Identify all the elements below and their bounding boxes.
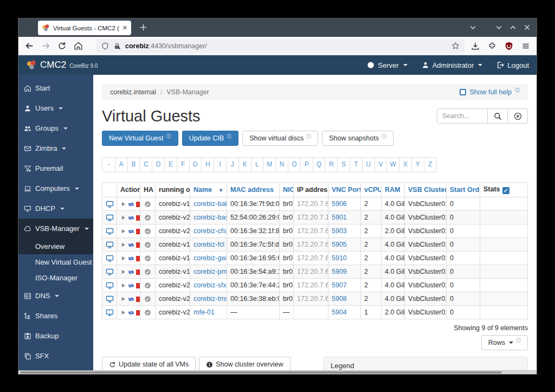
clear-search-button[interactable] [507, 109, 527, 123]
open-console-icon[interactable] [106, 254, 114, 262]
open-console-icon[interactable] [106, 214, 114, 222]
restart-vm-icon[interactable] [128, 215, 134, 221]
vm-name-link[interactable]: corebiz-pmf [193, 268, 227, 275]
restart-vm-icon[interactable] [128, 269, 134, 275]
alphabet-filter-x[interactable]: X [399, 158, 411, 172]
window-close-icon[interactable] [523, 23, 531, 31]
vm-name-link[interactable]: corebiz-cfs [193, 227, 226, 235]
brand[interactable]: CMC2 CoreBiz 9.0 [26, 60, 98, 70]
sidebar-item-backup[interactable]: Backup [18, 326, 93, 346]
reload-icon[interactable] [57, 41, 67, 50]
ha-status-icon[interactable] [144, 282, 151, 289]
alphabet-filter-k[interactable]: K [238, 158, 251, 172]
ublock-icon[interactable] [505, 42, 513, 50]
start-vm-icon[interactable] [120, 255, 126, 261]
open-console-icon[interactable] [106, 200, 114, 208]
open-console-icon[interactable] [106, 227, 114, 235]
alphabet-filter-m[interactable]: M [263, 158, 275, 172]
sidebar-item-iso-manager[interactable]: ISO-Manager [18, 270, 93, 286]
restart-vm-icon[interactable] [128, 201, 134, 208]
stop-vm-icon[interactable] [136, 297, 140, 302]
column-header-start-order[interactable]: Start Order [447, 183, 480, 197]
sidebar-item-dhcp[interactable]: DHCP [18, 198, 93, 219]
restart-vm-icon[interactable] [128, 228, 134, 235]
open-console-icon[interactable] [106, 295, 114, 303]
start-vm-icon[interactable] [120, 269, 126, 275]
column-header-vnc-port[interactable]: VNC Port [328, 183, 361, 197]
restart-vm-icon[interactable] [128, 310, 134, 316]
alphabet-filter-j[interactable]: J [226, 158, 238, 172]
bookmark-star-icon[interactable] [451, 42, 460, 50]
alphabet-filter-o[interactable]: O [288, 158, 300, 172]
stop-vm-icon[interactable] [136, 256, 140, 261]
open-console-icon[interactable] [106, 309, 114, 317]
stats-checkbox[interactable]: ✓ [502, 187, 509, 194]
vm-name-link[interactable]: corebiz-sfx [193, 281, 226, 289]
sidebar-item-groups[interactable]: Groups [18, 118, 93, 138]
alphabet-filter-g[interactable]: G [189, 158, 202, 172]
start-vm-icon[interactable] [120, 310, 126, 316]
alphabet-filter-l[interactable]: L [251, 158, 263, 172]
alphabet-filter-n[interactable]: N [275, 158, 288, 172]
alphabet-filter-c[interactable]: C [139, 158, 152, 172]
new-virtual-guest-button[interactable]: New Virtual Guest ⓘ [102, 131, 178, 146]
alphabet-filter-p[interactable]: P [300, 158, 313, 172]
administrator-menu[interactable]: Administrator [422, 61, 483, 69]
vm-name-link[interactable]: corebiz-bak [193, 200, 227, 208]
column-header-vcpu[interactable]: vCPU [361, 183, 382, 197]
vm-name-link[interactable]: corebiz-bas [193, 214, 227, 221]
alphabet-filter-q[interactable]: Q [313, 158, 325, 172]
extensions-icon[interactable] [488, 42, 496, 50]
sidebar-item-shares[interactable]: Shares [18, 306, 93, 326]
restart-vm-icon[interactable] [128, 282, 134, 289]
alphabet-filter-u[interactable]: U [362, 158, 375, 172]
vnc-port-link[interactable]: 5901 [332, 214, 347, 221]
stop-vm-icon[interactable] [136, 242, 140, 248]
alphabet-filter-none[interactable]: - [102, 158, 115, 172]
url-bar[interactable]: corebiz :4430/vsbmanager/ [96, 39, 464, 53]
ha-status-icon[interactable] [144, 309, 151, 316]
alphabet-filter-i[interactable]: I [214, 158, 226, 172]
breadcrumb-domain[interactable]: corebiz.internal [110, 88, 156, 96]
sidebar-item-vsb-manager[interactable]: VSB-Manager [18, 219, 93, 239]
start-vm-icon[interactable] [120, 282, 126, 288]
alphabet-filter-y[interactable]: Y [411, 158, 424, 172]
rows-dropdown-button[interactable]: Rows ⓘ [481, 335, 528, 350]
vnc-port-link[interactable]: 5904 [332, 309, 347, 316]
stop-vm-icon[interactable] [136, 229, 140, 234]
column-header-nic[interactable]: NIC [280, 183, 294, 197]
window-minimize-icon[interactable] [495, 23, 503, 31]
stop-vm-icon[interactable] [136, 202, 140, 207]
vm-name-link[interactable]: corebiz-fcl [193, 241, 224, 248]
alphabet-filter-t[interactable]: T [350, 158, 362, 172]
ha-status-icon[interactable] [144, 295, 151, 303]
start-vm-icon[interactable] [120, 228, 126, 234]
column-header-name[interactable]: Name▼ [190, 183, 227, 197]
sidebar-item-start[interactable]: Start [18, 78, 93, 98]
scrollbar-thumb[interactable] [20, 371, 502, 374]
forward-icon[interactable] [41, 41, 50, 50]
alphabet-filter-h[interactable]: H [201, 158, 214, 172]
show-virtual-discs-button[interactable]: Show virtual discs ⓘ [242, 131, 318, 146]
help-checkbox[interactable] [460, 89, 466, 95]
back-icon[interactable] [25, 41, 34, 50]
stop-vm-icon[interactable] [136, 269, 140, 275]
downloads-icon[interactable] [471, 42, 480, 50]
tab-close-icon[interactable]: ✕ [122, 24, 127, 31]
show-snapshots-button[interactable]: Show snapshots ⓘ [322, 131, 393, 146]
vnc-port-link[interactable]: 5910 [332, 254, 347, 262]
list-tabs-icon[interactable] [469, 23, 477, 31]
update-state-button[interactable]: Update state of all VMs [102, 357, 196, 372]
vnc-port-link[interactable]: 5907 [332, 281, 347, 289]
sidebar-item-dns[interactable]: DNS [18, 286, 93, 306]
column-header-vsb-cluster[interactable]: VSB Cluster [405, 183, 447, 197]
horizontal-scrollbar[interactable] [18, 370, 537, 374]
lock-warning-icon[interactable] [113, 42, 121, 50]
open-console-icon[interactable] [106, 268, 114, 276]
logout-button[interactable]: Logout [496, 61, 529, 69]
alphabet-filter-a[interactable]: A [115, 158, 127, 172]
vnc-port-link[interactable]: 5908 [332, 295, 347, 303]
alphabet-filter-s[interactable]: S [337, 158, 350, 172]
browser-tab[interactable]: Virtual Guests - CMC2 (core ✕ [38, 21, 131, 35]
ha-status-icon[interactable] [144, 241, 151, 248]
